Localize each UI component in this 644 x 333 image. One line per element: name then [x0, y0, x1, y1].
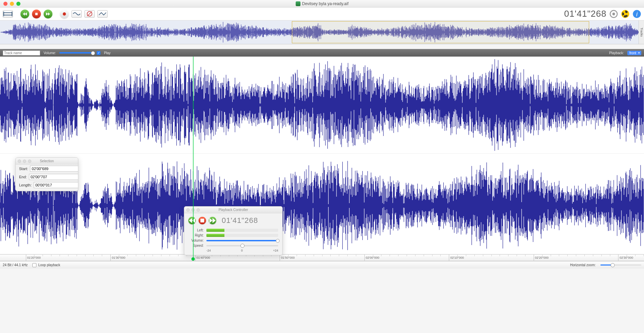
settings-button[interactable]	[609, 10, 618, 18]
ruler-tick: 02'20"000	[534, 255, 549, 261]
time-ruler[interactable]: 01'20"00001'30"00001'40"00001'50"00002'0…	[0, 254, 644, 261]
horizontal-zoom-label: Horizontal zoom:	[570, 263, 596, 267]
pbc-speed-min: -24	[206, 249, 211, 252]
tool-button-1[interactable]	[72, 10, 82, 18]
toolbar: 01'41"268 i	[0, 7, 644, 20]
pbc-right-meter	[206, 234, 278, 237]
volume-label: Volume:	[44, 51, 56, 55]
track-name-input[interactable]	[3, 50, 40, 56]
loop-playback-checkbox[interactable]	[32, 263, 36, 267]
svg-rect-3	[35, 13, 38, 15]
svg-point-10	[624, 13, 627, 15]
play-label: Play	[104, 51, 110, 55]
status-bar: 24 Bit / 44.1 kHz Loop playback Horizont…	[0, 261, 644, 269]
panel-zoom-icon[interactable]	[197, 208, 200, 212]
pbc-volume-slider[interactable]	[206, 240, 278, 241]
pbc-speed-max: +24	[273, 249, 278, 252]
tracks-tab[interactable]: Tracks	[639, 20, 644, 44]
ruler-tick: 02'30"000	[618, 255, 633, 261]
pbc-right-label: Right:	[188, 233, 204, 237]
selection-length-label: Length:	[19, 183, 32, 187]
svg-point-4	[63, 12, 66, 15]
selection-end-input[interactable]	[29, 174, 78, 180]
panel-close-icon[interactable]	[186, 208, 190, 212]
selection-length-input[interactable]	[34, 182, 78, 188]
pbc-time-display: 01'41"268	[222, 216, 258, 225]
pbc-speed-slider[interactable]	[206, 245, 278, 246]
overview-waveform[interactable]: Tracks	[0, 20, 644, 44]
horizontal-zoom-slider[interactable]	[600, 264, 641, 266]
stop-button[interactable]	[32, 10, 41, 18]
window-title-text: Devitsey byla ya-ready.aif	[302, 1, 349, 6]
selection-start-label: Start:	[19, 167, 28, 171]
ruler-tick: 01'20"000	[26, 255, 41, 261]
ruler-tick: 02'00"000	[364, 255, 379, 261]
selection-end-label: End:	[19, 175, 27, 179]
track-volume-slider[interactable]	[59, 52, 93, 54]
minimize-window-button[interactable]	[10, 2, 14, 6]
tool-button-2[interactable]	[84, 10, 95, 18]
selection-panel-title: Selection	[16, 158, 78, 165]
selection-panel[interactable]: Selection Start: End: Length:	[15, 157, 78, 191]
playhead[interactable]	[193, 57, 193, 258]
selection-tool-button[interactable]	[3, 10, 13, 18]
pbc-left-label: Left:	[188, 228, 204, 232]
loop-playback-label: Loop playback	[38, 263, 60, 267]
ruler-tick: 02'10"000	[449, 255, 464, 261]
svg-rect-14	[201, 219, 204, 223]
info-button[interactable]: i	[632, 10, 641, 18]
audio-format-label: 24 Bit / 44.1 kHz	[3, 263, 28, 267]
rewind-button[interactable]	[20, 10, 29, 18]
play-checkbox[interactable]: ✓	[97, 51, 100, 55]
ruler-tick: 01'40"000	[195, 255, 210, 261]
tool-button-3[interactable]	[97, 10, 108, 18]
pbc-forward-button[interactable]	[209, 217, 216, 224]
pbc-speed-label: Speed:	[188, 244, 204, 247]
svg-point-8	[612, 13, 615, 15]
pbc-left-meter	[206, 229, 278, 232]
window-controls	[0, 2, 20, 6]
burn-button[interactable]	[621, 10, 630, 18]
selection-start-input[interactable]	[30, 166, 78, 172]
document-icon	[296, 1, 300, 6]
pbc-volume-label: Volume:	[188, 239, 204, 242]
pbc-stop-button[interactable]	[199, 217, 206, 224]
playback-label: Playback:	[609, 51, 624, 55]
main-waveform-area: 01'20"00001'30"00001'40"00001'50"00002'0…	[0, 57, 644, 261]
titlebar: Devitsey byla ya-ready.aif	[0, 0, 644, 7]
playback-controller-panel[interactable]: Playback Controller 01'41"268 Left: Righ…	[184, 206, 283, 255]
pbc-rewind-button[interactable]	[188, 217, 196, 224]
window-title: Devitsey byla ya-ready.aif	[296, 1, 349, 6]
panel-min-icon[interactable]	[23, 160, 26, 163]
zoom-window-button[interactable]	[16, 2, 20, 6]
close-window-button[interactable]	[3, 2, 7, 6]
pbc-speed-mid: 0	[241, 249, 243, 252]
playback-panel-title: Playback Controller	[184, 207, 282, 213]
svg-rect-0	[4, 13, 12, 15]
playhead-marker[interactable]	[191, 257, 195, 261]
record-button[interactable]	[60, 10, 69, 18]
track-header-bar: Volume: ✓ Play Playback: front	[0, 49, 644, 57]
current-time-display: 01'41"268	[564, 9, 607, 19]
playback-select[interactable]: front	[627, 51, 641, 55]
ruler-tick: 01'30"000	[110, 255, 125, 261]
panel-close-icon[interactable]	[18, 160, 21, 163]
forward-button[interactable]	[44, 10, 52, 18]
panel-zoom-icon[interactable]	[28, 160, 31, 163]
waveform-channel-right[interactable]	[0, 157, 644, 254]
ruler-tick: 01'50"000	[280, 255, 295, 261]
waveform-channel-left[interactable]	[0, 57, 644, 154]
